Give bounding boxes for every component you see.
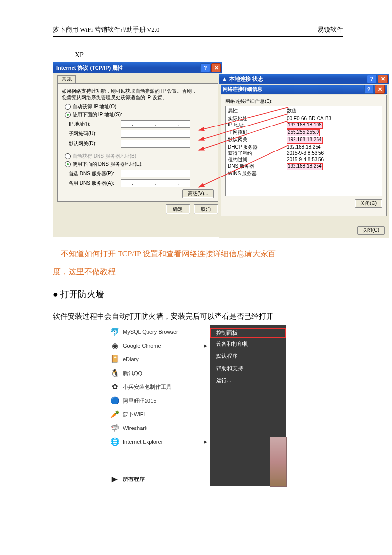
close-icon[interactable]: ✕ — [211, 63, 221, 72]
cancel-button[interactable]: 取消 — [194, 204, 218, 214]
radio-icon — [65, 153, 71, 159]
val-mask: 255.255.255.0 — [287, 129, 320, 136]
details-titlebar: 网络连接详细信息 ? ✕ — [221, 85, 387, 94]
radio-icon — [65, 112, 71, 118]
status-dialog: ▲ 本地连接 状态 ? ✕ 网络连接详细信息 ? ✕ 网络连接详细信息(D): — [219, 74, 389, 238]
tab-general[interactable]: 常规 — [57, 75, 76, 83]
details-list: 属性 数值 实际地址00-E0-66-BD-CA-B3 IP 地址192.168… — [225, 106, 382, 196]
menu-item-ie[interactable]: 🌐Internet Explorer▶ — [106, 435, 210, 449]
menu-item-devices[interactable]: 设备和打印机 — [210, 338, 286, 350]
menu-item-luobowifi[interactable]: 🥕萝卜WiFi — [106, 407, 210, 421]
status-title: 本地连接 状态 — [229, 76, 263, 83]
val-dns: 192.168.18.254 — [287, 163, 323, 170]
menu-item-control-panel[interactable]: 控制面板 — [210, 328, 286, 338]
note-paragraph: 不知道如何打开 TCP/IP 设置和查看网络连接详细信息请大家百 度，这里不做教… — [53, 245, 339, 280]
help-button-icon[interactable]: ? — [364, 85, 374, 94]
ie-icon: 🌐 — [109, 436, 120, 447]
val-lease: 2015-9-3 8:53:56 — [287, 150, 380, 156]
prop-exp: 租约过期 — [228, 156, 287, 163]
chrome-icon: ◉ — [109, 340, 120, 351]
help-button-icon[interactable]: ? — [367, 75, 377, 83]
menu-item-mysql[interactable]: 🐬MySQL Query Browser — [106, 325, 210, 339]
penguin-icon: 🐧 — [109, 368, 120, 378]
menu-item-wangwang[interactable]: 🔵阿里旺旺2015 — [106, 394, 210, 407]
prop-lease: 获得了租约 — [228, 150, 287, 156]
val-ip: 192.168.18.106 — [287, 122, 323, 129]
menu-item-wireshark[interactable]: 🦈Wireshark — [106, 421, 210, 435]
ip-input[interactable]: ... — [121, 120, 190, 128]
link-tcpip[interactable]: 打开 TCP/IP 设置 — [100, 250, 158, 258]
chevron-right-icon: ▶ — [204, 439, 207, 444]
ok-button[interactable]: 确定 — [166, 204, 190, 214]
val-gw: 192.168.18.254 — [287, 137, 323, 144]
chevron-right-icon: ▶ — [204, 343, 207, 348]
bullet-icon: ● — [53, 289, 58, 299]
val-mac: 00-E0-66-BD-CA-B3 — [287, 115, 380, 122]
ip-label: IP 地址(I): — [69, 121, 121, 127]
advanced-button[interactable]: 高级(V)... — [182, 189, 214, 198]
prop-dhcp: DHCP 服务器 — [228, 144, 287, 150]
dolphin-icon: 🐬 — [109, 327, 120, 337]
tcpip-title: Internet 协议 (TCP/IP) 属性 — [56, 64, 123, 72]
screenshot-group: Internet 协议 (TCP/IP) 属性 ? ✕ 常规 如果网络支持此功能… — [53, 62, 392, 238]
menu-item-help[interactable]: 帮助和支持 — [210, 362, 286, 375]
background-photo — [270, 437, 287, 487]
radio-manual-ip[interactable]: 使用下面的 IP 地址(S): — [65, 111, 214, 118]
gw-label: 默认网关(D): — [69, 140, 121, 147]
close-icon[interactable]: ✕ — [375, 85, 385, 94]
val-wins — [287, 170, 380, 177]
section-heading-firewall: ● 打开防火墙 — [53, 288, 339, 300]
prop-mask: 子网掩码 — [228, 129, 287, 136]
doc-header-left: 萝卜商用 WiFi 营销软件帮助手册 V2.0 — [53, 25, 160, 34]
tcpip-desc: 如果网络支持此功能，则可以获取自动指派的 IP 设置。否则， 您需要从网络系统管… — [62, 88, 214, 101]
mask-label: 子网掩码(U): — [69, 130, 121, 137]
radio-manual-dns[interactable]: 使用下面的 DNS 服务器地址(E): — [65, 161, 214, 168]
chevron-right-icon: ▶ — [109, 474, 120, 484]
doc-header-right: 易锐软件 — [318, 25, 343, 34]
prop-dns: DNS 服务器 — [228, 163, 287, 170]
radish-icon: 🥕 — [109, 409, 120, 420]
close-icon[interactable]: ✕ — [378, 75, 388, 83]
start-menu-left: 🐬MySQL Query Browser ◉Google Chrome▶ 📔eD… — [106, 325, 210, 486]
val-dhcp: 192.168.18.254 — [287, 144, 380, 150]
col-value: 数值 — [287, 107, 380, 114]
header-rule — [53, 36, 343, 37]
dns1-input[interactable]: ... — [121, 170, 190, 177]
menu-item-all-programs[interactable]: ▶所有程序 — [106, 472, 210, 486]
menu-item-xb[interactable]: ✿小兵安装包制作工具 — [106, 380, 210, 394]
tcpip-dialog: Internet 协议 (TCP/IP) 属性 ? ✕ 常规 如果网络支持此功能… — [53, 62, 222, 237]
start-menu: 🐬MySQL Query Browser ◉Google Chrome▶ 📔eD… — [106, 325, 286, 486]
tcpip-titlebar: Internet 协议 (TCP/IP) 属性 ? ✕ — [53, 62, 222, 73]
mask-input[interactable]: ... — [121, 130, 190, 138]
details-label: 网络连接详细信息(D): — [225, 98, 382, 105]
firewall-text: 软件安装过程中会自动打开防火墙，安装完后可以查看是否已经打开 — [53, 311, 339, 322]
dns2-input[interactable]: ... — [121, 179, 190, 187]
menu-item-default-programs[interactable]: 默认程序 — [210, 350, 286, 362]
prop-mac: 实际地址 — [228, 115, 287, 122]
prop-wins: WINS 服务器 — [228, 170, 287, 177]
radio-auto-ip[interactable]: 自动获得 IP 地址(O) — [65, 103, 214, 110]
val-exp: 2015-9-4 8:53:56 — [287, 156, 380, 163]
menu-item-chrome[interactable]: ◉Google Chrome▶ — [106, 339, 210, 353]
menu-item-ediary[interactable]: 📔eDiary — [106, 353, 210, 366]
col-property: 属性 — [228, 107, 287, 114]
radio-icon — [65, 161, 71, 167]
book-icon: 📔 — [109, 354, 120, 365]
gateway-input[interactable]: ... — [121, 140, 190, 148]
fin-icon: 🦈 — [109, 423, 120, 433]
radio-auto-dns: 自动获得 DNS 服务器地址(B) — [65, 153, 214, 160]
link-netdetails[interactable]: 网络连接详细信息 — [182, 250, 245, 258]
menu-item-qq[interactable]: 🐧腾讯QQ — [106, 366, 210, 380]
dns1-label: 首选 DNS 服务器(P): — [69, 170, 121, 177]
xp-label: XP — [75, 51, 339, 59]
flower-icon: ✿ — [109, 381, 120, 392]
details-close-button[interactable]: 关闭(C) — [355, 199, 382, 208]
radio-icon — [65, 104, 71, 110]
prop-ip: IP 地址 — [228, 122, 287, 129]
status-close-button[interactable]: 关闭(C) — [357, 226, 385, 235]
wangwang-icon: 🔵 — [109, 395, 120, 406]
prop-gw: 默认网关 — [228, 136, 287, 144]
help-button-icon[interactable]: ? — [200, 63, 210, 72]
status-icon: ▲ — [222, 76, 227, 82]
menu-item-run[interactable]: 运行... — [210, 375, 286, 387]
